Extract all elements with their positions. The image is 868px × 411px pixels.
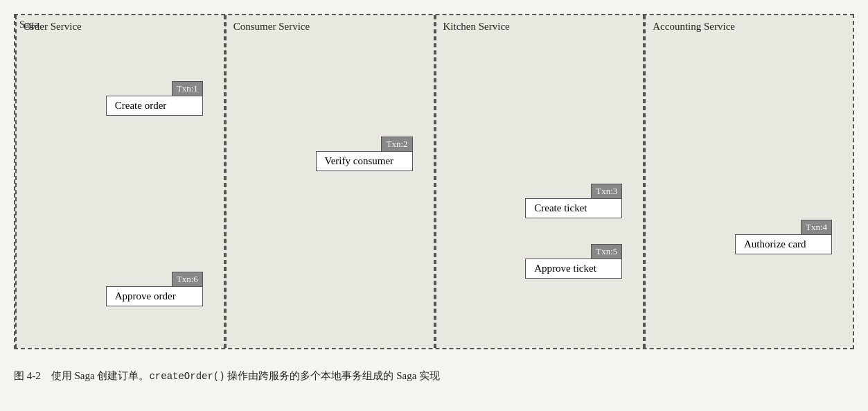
caption-rest: 操作由跨服务的多个本地事务组成的 Saga 实现 (225, 370, 440, 381)
service-header-1: Consumer Service (227, 15, 434, 37)
txn-action-txn-3: Create ticket (525, 198, 622, 218)
txn-badge-txn-1: Txn:1 (172, 81, 203, 96)
service-header-0: Order Service (17, 15, 224, 37)
saga-container: Saga Order ServiceTxn:1Create orderTxn:6… (14, 14, 854, 349)
diagram-area: Saga Order ServiceTxn:1Create orderTxn:6… (14, 14, 854, 385)
caption-area: 图 4-2 使用 Saga 创建订单。createOrder() 操作由跨服务的… (14, 367, 854, 385)
service-column-consumer-service: Consumer ServiceTxn:2Verify consumer (225, 15, 435, 348)
service-header-2: Kitchen Service (436, 15, 644, 37)
txn-block-txn-3: Txn:3Create ticket (525, 184, 622, 218)
txn-block-txn-4: Txn:4Authorize card (735, 220, 832, 254)
service-column-accounting-service: Accounting ServiceTxn:4Authorize card (644, 15, 853, 348)
fig-num: 图 4-2 (14, 370, 41, 381)
txn-badge-txn-3: Txn:3 (591, 184, 622, 199)
txn-block-txn-5: Txn:5Approve ticket (525, 244, 622, 279)
caption-description: 使用 Saga 创建订单。 (51, 370, 150, 381)
txn-badge-txn-6: Txn:6 (172, 272, 203, 287)
txn-action-txn-5: Approve ticket (525, 259, 622, 279)
txn-block-txn-2: Txn:2Verify consumer (316, 137, 413, 171)
txn-action-txn-1: Create order (106, 96, 203, 116)
caption-code: createOrder() (149, 371, 224, 382)
saga-label: Saga (19, 19, 38, 30)
txn-badge-txn-5: Txn:5 (591, 244, 622, 259)
txn-action-txn-2: Verify consumer (316, 151, 413, 171)
txn-badge-txn-2: Txn:2 (381, 137, 412, 152)
txn-action-txn-4: Authorize card (735, 234, 832, 254)
txn-block-txn-1: Txn:1Create order (106, 81, 203, 116)
service-column-kitchen-service: Kitchen ServiceTxn:3Create ticketTxn:5Ap… (435, 15, 645, 348)
txn-block-txn-6: Txn:6Approve order (106, 272, 203, 306)
txn-action-txn-6: Approve order (106, 286, 203, 306)
txn-badge-txn-4: Txn:4 (801, 220, 832, 235)
service-header-3: Accounting Service (646, 15, 853, 37)
service-column-order-service: Order ServiceTxn:1Create orderTxn:6Appro… (15, 15, 225, 348)
